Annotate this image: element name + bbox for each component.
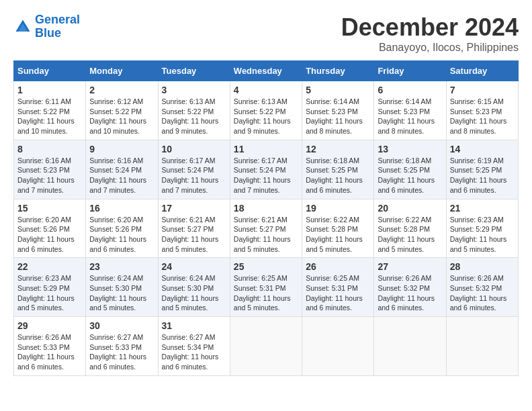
calendar-cell: 7Sunrise: 6:15 AM Sunset: 5:23 PM Daylig… — [446, 81, 518, 140]
day-number: 9 — [89, 144, 154, 154]
calendar-cell: 17Sunrise: 6:21 AM Sunset: 5:27 PM Dayli… — [158, 199, 230, 258]
calendar-body: 1Sunrise: 6:11 AM Sunset: 5:22 PM Daylig… — [14, 81, 519, 376]
logo-text-line1: General — [35, 13, 80, 27]
day-info: Sunrise: 6:14 AM Sunset: 5:23 PM Dayligh… — [378, 97, 442, 136]
day-info: Sunrise: 6:26 AM Sunset: 5:32 PM Dayligh… — [450, 273, 515, 313]
weekday-header-monday: Monday — [86, 61, 158, 81]
day-number: 10 — [162, 144, 226, 154]
calendar-cell: 13Sunrise: 6:18 AM Sunset: 5:25 PM Dayli… — [374, 140, 446, 199]
day-info: Sunrise: 6:19 AM Sunset: 5:25 PM Dayligh… — [450, 156, 515, 195]
day-number: 11 — [234, 144, 298, 154]
day-number: 29 — [17, 320, 82, 331]
weekday-header-saturday: Saturday — [446, 61, 518, 81]
day-info: Sunrise: 6:15 AM Sunset: 5:23 PM Dayligh… — [450, 97, 515, 136]
calendar-cell: 21Sunrise: 6:23 AM Sunset: 5:29 PM Dayli… — [446, 199, 518, 258]
day-info: Sunrise: 6:13 AM Sunset: 5:22 PM Dayligh… — [234, 97, 298, 136]
day-number: 7 — [450, 85, 515, 95]
weekday-header-sunday: Sunday — [14, 61, 86, 81]
calendar-table: SundayMondayTuesdayWednesdayThursdayFrid… — [13, 60, 519, 376]
calendar-cell: 28Sunrise: 6:26 AM Sunset: 5:32 PM Dayli… — [446, 258, 518, 317]
calendar-cell: 27Sunrise: 6:26 AM Sunset: 5:32 PM Dayli… — [374, 258, 446, 317]
day-info: Sunrise: 6:14 AM Sunset: 5:23 PM Dayligh… — [306, 97, 370, 136]
day-number: 21 — [450, 203, 515, 214]
calendar-cell: 19Sunrise: 6:22 AM Sunset: 5:28 PM Dayli… — [302, 199, 374, 258]
day-number: 18 — [234, 203, 298, 214]
day-info: Sunrise: 6:22 AM Sunset: 5:28 PM Dayligh… — [306, 215, 370, 255]
calendar-cell: 24Sunrise: 6:24 AM Sunset: 5:30 PM Dayli… — [158, 258, 230, 317]
calendar-cell: 6Sunrise: 6:14 AM Sunset: 5:23 PM Daylig… — [374, 81, 446, 140]
day-info: Sunrise: 6:23 AM Sunset: 5:29 PM Dayligh… — [17, 273, 82, 313]
day-info: Sunrise: 6:20 AM Sunset: 5:26 PM Dayligh… — [89, 215, 154, 255]
calendar-cell: 31Sunrise: 6:27 AM Sunset: 5:34 PM Dayli… — [158, 317, 230, 376]
calendar-cell: 10Sunrise: 6:17 AM Sunset: 5:24 PM Dayli… — [158, 140, 230, 199]
calendar-cell: 9Sunrise: 6:16 AM Sunset: 5:24 PM Daylig… — [86, 140, 158, 199]
day-number: 23 — [89, 261, 154, 272]
calendar-cell: 8Sunrise: 6:16 AM Sunset: 5:23 PM Daylig… — [14, 140, 86, 199]
day-number: 8 — [17, 144, 82, 154]
day-info: Sunrise: 6:24 AM Sunset: 5:30 PM Dayligh… — [89, 273, 154, 313]
day-info: Sunrise: 6:26 AM Sunset: 5:33 PM Dayligh… — [17, 332, 82, 372]
day-info: Sunrise: 6:25 AM Sunset: 5:31 PM Dayligh… — [306, 273, 370, 313]
month-title: December 2024 — [341, 13, 519, 42]
day-number: 22 — [17, 261, 82, 272]
calendar-cell: 4Sunrise: 6:13 AM Sunset: 5:22 PM Daylig… — [230, 81, 302, 140]
weekday-header-friday: Friday — [374, 61, 446, 81]
day-info: Sunrise: 6:16 AM Sunset: 5:24 PM Dayligh… — [89, 156, 154, 195]
calendar-cell: 12Sunrise: 6:18 AM Sunset: 5:25 PM Dayli… — [302, 140, 374, 199]
calendar-cell: 22Sunrise: 6:23 AM Sunset: 5:29 PM Dayli… — [14, 258, 86, 317]
calendar-cell: 2Sunrise: 6:12 AM Sunset: 5:22 PM Daylig… — [86, 81, 158, 140]
day-number: 20 — [378, 203, 442, 214]
day-number: 25 — [234, 261, 298, 272]
calendar-cell: 25Sunrise: 6:25 AM Sunset: 5:31 PM Dayli… — [230, 258, 302, 317]
day-info: Sunrise: 6:23 AM Sunset: 5:29 PM Dayligh… — [450, 215, 515, 255]
day-info: Sunrise: 6:18 AM Sunset: 5:25 PM Dayligh… — [306, 156, 370, 195]
day-info: Sunrise: 6:12 AM Sunset: 5:22 PM Dayligh… — [89, 97, 154, 136]
calendar-cell: 23Sunrise: 6:24 AM Sunset: 5:30 PM Dayli… — [86, 258, 158, 317]
calendar-cell: 30Sunrise: 6:27 AM Sunset: 5:33 PM Dayli… — [86, 317, 158, 376]
logo-icon — [13, 17, 32, 36]
weekday-header-wednesday: Wednesday — [230, 61, 302, 81]
calendar-cell: 3Sunrise: 6:13 AM Sunset: 5:22 PM Daylig… — [158, 81, 230, 140]
day-number: 30 — [89, 320, 154, 331]
day-info: Sunrise: 6:20 AM Sunset: 5:26 PM Dayligh… — [17, 215, 82, 255]
calendar-cell: 26Sunrise: 6:25 AM Sunset: 5:31 PM Dayli… — [302, 258, 374, 317]
day-number: 16 — [89, 203, 154, 214]
calendar-cell: 11Sunrise: 6:17 AM Sunset: 5:24 PM Dayli… — [230, 140, 302, 199]
day-number: 5 — [306, 85, 370, 95]
day-number: 14 — [450, 144, 515, 154]
day-info: Sunrise: 6:26 AM Sunset: 5:32 PM Dayligh… — [378, 273, 442, 313]
day-number: 19 — [306, 203, 370, 214]
day-info: Sunrise: 6:21 AM Sunset: 5:27 PM Dayligh… — [162, 215, 226, 255]
day-info: Sunrise: 6:16 AM Sunset: 5:23 PM Dayligh… — [17, 156, 82, 195]
day-number: 24 — [162, 261, 226, 272]
day-info: Sunrise: 6:17 AM Sunset: 5:24 PM Dayligh… — [234, 156, 298, 195]
calendar-cell: 16Sunrise: 6:20 AM Sunset: 5:26 PM Dayli… — [86, 199, 158, 258]
calendar-header: SundayMondayTuesdayWednesdayThursdayFrid… — [14, 61, 519, 81]
header: General Blue December 2024 Banayoyo, Ilo… — [13, 13, 519, 54]
calendar-cell — [374, 317, 446, 376]
day-info: Sunrise: 6:27 AM Sunset: 5:34 PM Dayligh… — [162, 332, 226, 372]
calendar-cell — [230, 317, 302, 376]
day-info: Sunrise: 6:18 AM Sunset: 5:25 PM Dayligh… — [378, 156, 442, 195]
logo: General Blue — [13, 13, 80, 40]
calendar-cell: 1Sunrise: 6:11 AM Sunset: 5:22 PM Daylig… — [14, 81, 86, 140]
day-number: 12 — [306, 144, 370, 154]
calendar-week-3: 15Sunrise: 6:20 AM Sunset: 5:26 PM Dayli… — [14, 199, 519, 258]
weekday-row: SundayMondayTuesdayWednesdayThursdayFrid… — [14, 61, 519, 81]
calendar-cell: 18Sunrise: 6:21 AM Sunset: 5:27 PM Dayli… — [230, 199, 302, 258]
day-number: 17 — [162, 203, 226, 214]
calendar-week-4: 22Sunrise: 6:23 AM Sunset: 5:29 PM Dayli… — [14, 258, 519, 317]
title-area: December 2024 Banayoyo, Ilocos, Philippi… — [341, 13, 519, 54]
day-number: 27 — [378, 261, 442, 272]
calendar-cell: 29Sunrise: 6:26 AM Sunset: 5:33 PM Dayli… — [14, 317, 86, 376]
calendar-cell: 14Sunrise: 6:19 AM Sunset: 5:25 PM Dayli… — [446, 140, 518, 199]
day-number: 6 — [378, 85, 442, 95]
day-info: Sunrise: 6:22 AM Sunset: 5:28 PM Dayligh… — [378, 215, 442, 255]
day-number: 15 — [17, 203, 82, 214]
day-number: 13 — [378, 144, 442, 154]
day-number: 1 — [17, 85, 82, 95]
calendar-cell: 20Sunrise: 6:22 AM Sunset: 5:28 PM Dayli… — [374, 199, 446, 258]
logo-text-line2: Blue — [35, 27, 80, 40]
day-info: Sunrise: 6:11 AM Sunset: 5:22 PM Dayligh… — [17, 97, 82, 136]
location-title: Banayoyo, Ilocos, Philippines — [341, 42, 519, 54]
